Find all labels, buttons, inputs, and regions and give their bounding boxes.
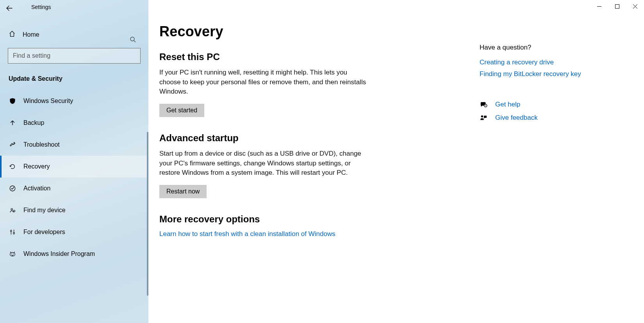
help-link-recovery-drive[interactable]: Creating a recovery drive: [480, 59, 605, 66]
sidebar-item-activation[interactable]: Activation: [0, 177, 148, 199]
maximize-button[interactable]: [608, 0, 626, 12]
sidebar-item-label: For developers: [23, 229, 65, 236]
section-reset-pc: Reset this PC If your PC isn't running w…: [159, 51, 480, 117]
sidebar-item-find-my-device[interactable]: Find my device: [0, 199, 148, 221]
location-person-icon: [9, 207, 16, 214]
sidebar-item-recovery[interactable]: Recovery: [0, 156, 148, 177]
svg-point-6: [11, 208, 12, 210]
section-more-recovery: More recovery options Learn how to start…: [159, 214, 480, 238]
close-button[interactable]: [626, 0, 644, 12]
recovery-icon: [9, 163, 16, 170]
arrow-up-icon: [9, 119, 16, 126]
section-advanced-startup: Advanced startup Start up from a device …: [159, 133, 480, 198]
insider-icon: [9, 250, 16, 257]
sidebar-item-windows-security[interactable]: Windows Security: [0, 90, 148, 112]
search-wrap: [0, 44, 148, 66]
minimize-icon: [597, 4, 601, 9]
svg-point-10: [11, 231, 12, 232]
help-heading: Have a question?: [480, 44, 605, 51]
window-controls: [590, 0, 644, 12]
restart-now-button[interactable]: Restart now: [159, 185, 207, 198]
main-content: Recovery Reset this PC If your PC isn't …: [148, 0, 644, 323]
shield-icon: [9, 98, 16, 105]
sidebar-home-label: Home: [23, 31, 39, 38]
sidebar-home[interactable]: Home: [0, 25, 148, 44]
sidebar-scrollbar-thumb[interactable]: [147, 132, 148, 296]
svg-point-14: [13, 254, 14, 254]
minimize-button[interactable]: [590, 0, 608, 12]
close-icon: [633, 4, 637, 9]
get-help-row[interactable]: ? Get help: [480, 101, 605, 108]
sidebar-item-label: Windows Insider Program: [23, 250, 95, 257]
wrench-icon: [9, 141, 16, 148]
sidebar-item-troubleshoot[interactable]: Troubleshoot: [0, 134, 148, 156]
app-title: Settings: [31, 4, 51, 10]
svg-text:?: ?: [485, 105, 486, 107]
sidebar: Home Update & Security Windows Security: [0, 0, 148, 323]
svg-point-7: [14, 210, 15, 212]
maximize-icon: [615, 4, 619, 9]
section-heading: More recovery options: [159, 214, 480, 225]
help-pane: Have a question? Creating a recovery dri…: [480, 22, 608, 323]
feedback-icon: [480, 114, 487, 121]
sidebar-item-label: Windows Security: [23, 98, 73, 105]
sidebar-item-label: Backup: [23, 119, 44, 126]
give-feedback-link[interactable]: Give feedback: [495, 114, 538, 122]
section-body: Start up from a device or disc (such as …: [159, 149, 366, 178]
start-fresh-link[interactable]: Learn how to start fresh with a clean in…: [159, 230, 335, 238]
svg-point-17: [481, 115, 483, 117]
sidebar-section-title: Update & Security: [0, 66, 148, 86]
give-feedback-row[interactable]: Give feedback: [480, 114, 605, 122]
sidebar-item-label: Troubleshoot: [23, 141, 60, 148]
chat-help-icon: ?: [480, 101, 487, 108]
svg-point-13: [11, 254, 12, 254]
svg-rect-1: [615, 4, 619, 8]
back-button[interactable]: [0, 0, 19, 16]
page-title: Recovery: [159, 23, 480, 40]
svg-point-11: [13, 232, 15, 234]
sidebar-item-label: Recovery: [23, 163, 50, 170]
content-column: Recovery Reset this PC If your PC isn't …: [159, 22, 480, 323]
title-bar: Settings: [0, 0, 644, 16]
sidebar-item-windows-insider[interactable]: Windows Insider Program: [0, 243, 148, 265]
svg-rect-18: [484, 116, 487, 118]
home-icon: [9, 30, 16, 39]
section-heading: Reset this PC: [159, 51, 480, 62]
back-arrow-icon: [6, 5, 12, 11]
help-link-bitlocker-key[interactable]: Finding my BitLocker recovery key: [480, 70, 605, 78]
sliders-icon: [9, 229, 16, 236]
check-circle-icon: [9, 185, 16, 192]
section-heading: Advanced startup: [159, 133, 480, 144]
get-started-button[interactable]: Get started: [159, 104, 204, 117]
sidebar-item-label: Find my device: [23, 207, 66, 214]
search-input[interactable]: [8, 48, 141, 64]
sidebar-nav: Windows Security Backup Troubleshoot: [0, 90, 148, 265]
section-body: If your PC isn't running well, resetting…: [159, 68, 366, 97]
get-help-link[interactable]: Get help: [495, 101, 520, 108]
sidebar-item-backup[interactable]: Backup: [0, 112, 148, 134]
settings-window: Settings Home: [0, 0, 644, 323]
sidebar-item-label: Activation: [23, 185, 50, 192]
sidebar-scrollbar[interactable]: [146, 132, 148, 323]
sidebar-item-for-developers[interactable]: For developers: [0, 221, 148, 243]
